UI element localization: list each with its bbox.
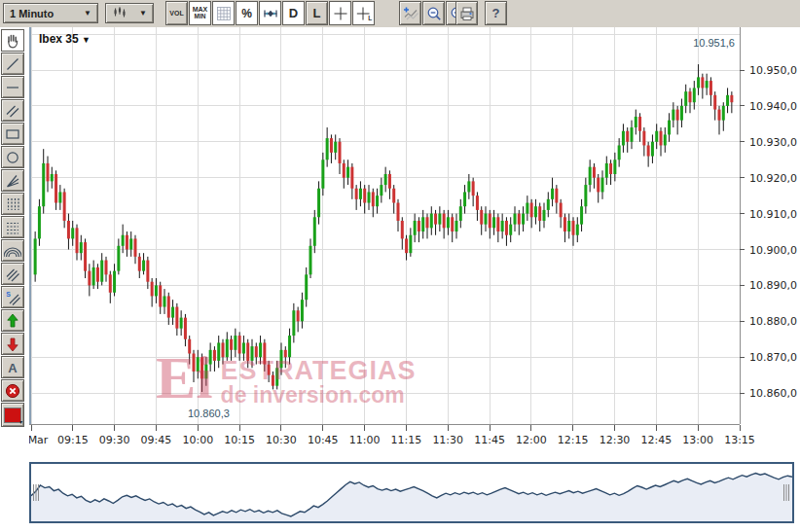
speed-lines-tool-button[interactable] xyxy=(1,263,24,285)
svg-text:09:15: 09:15 xyxy=(57,434,89,446)
chart-navigator[interactable] xyxy=(29,462,794,523)
line-scale-button[interactable]: L xyxy=(306,1,328,25)
fibonacci-retracement-tool-button[interactable] xyxy=(1,216,24,238)
svg-text:10.860,0: 10.860,0 xyxy=(749,387,797,400)
svg-text:09:45: 09:45 xyxy=(141,434,172,446)
grid-button[interactable] xyxy=(212,1,235,25)
chevron-down-icon: ▼ xyxy=(139,9,147,18)
arrow-up-tool-button[interactable] xyxy=(1,309,24,332)
svg-text:10.910,0: 10.910,0 xyxy=(749,208,797,221)
zoom-out-button[interactable] xyxy=(422,1,445,25)
svg-text:10:15: 10:15 xyxy=(224,434,255,446)
text-icon: A xyxy=(4,359,21,376)
svg-text:09:30: 09:30 xyxy=(99,434,130,446)
svg-text:13:00: 13:00 xyxy=(682,434,713,446)
svg-text:L: L xyxy=(368,15,372,21)
s-channel-tool-button[interactable]: S xyxy=(1,286,24,308)
line-scale-label: L xyxy=(313,7,321,19)
zoom-out-icon xyxy=(425,5,443,22)
candlestick-icon xyxy=(112,5,127,22)
svg-text:12:30: 12:30 xyxy=(600,434,631,446)
parallel-lines-tool-button[interactable] xyxy=(1,99,24,122)
add-indicator-button[interactable] xyxy=(399,1,421,25)
svg-text:10:45: 10:45 xyxy=(308,434,339,446)
svg-text:11:00: 11:00 xyxy=(349,434,381,446)
svg-text:Mar: Mar xyxy=(29,434,49,446)
max-min-label-2: MIN xyxy=(195,13,206,19)
vertical-dashed-icon xyxy=(4,195,21,213)
day-scale-label: D xyxy=(289,7,298,19)
drawing-tools-sidebar: SA▾ xyxy=(1,29,26,427)
chevron-down-icon: ▾ xyxy=(19,419,22,425)
top-toolbar: 1 Minuto ▼ ▼ VOLMAXMIN%DLL ? xyxy=(0,0,800,27)
svg-text:A: A xyxy=(8,360,18,374)
candlestick-chart[interactable]: Mar09:1509:3009:4510:0010:1510:3010:4511… xyxy=(29,27,800,462)
session-low-label: 10.860,3 xyxy=(188,408,230,419)
volume-label: VOL xyxy=(169,10,183,17)
svg-text:10.890,0: 10.890,0 xyxy=(749,279,797,292)
rectangle-tool-button[interactable] xyxy=(1,123,24,145)
rectangle-icon xyxy=(4,125,21,143)
arrow-down-tool-button[interactable] xyxy=(1,333,24,355)
range-band-button[interactable] xyxy=(259,1,281,25)
add-indicator-icon xyxy=(402,5,419,22)
max-min-label: MAX xyxy=(193,6,208,13)
color-picker-tool-button[interactable]: ▾ xyxy=(1,403,24,427)
session-high-label: 10.951,6 xyxy=(637,37,735,49)
arrow-down-icon xyxy=(4,336,21,353)
svg-text:10.920,0: 10.920,0 xyxy=(749,172,797,185)
symbol-selector[interactable]: Ibex 35 ▼ xyxy=(39,32,91,46)
toolbar-button-group-help: ? xyxy=(485,1,507,25)
crosshair-button[interactable] xyxy=(329,1,351,25)
max-min-button[interactable]: MAXMIN xyxy=(189,1,211,25)
svg-text:12:15: 12:15 xyxy=(558,434,589,446)
range-icon xyxy=(262,5,279,22)
s-channel-icon: S xyxy=(4,289,21,306)
print-button[interactable] xyxy=(455,1,478,25)
delete-tool-button[interactable] xyxy=(1,379,24,402)
delete-icon xyxy=(4,382,21,400)
crosshair-icon xyxy=(332,5,349,22)
svg-text:12:00: 12:00 xyxy=(516,434,547,446)
text-note-tool-button[interactable]: A xyxy=(1,356,24,378)
svg-text:10.900,0: 10.900,0 xyxy=(749,244,797,257)
grid-icon xyxy=(215,5,233,22)
percent-button[interactable]: % xyxy=(236,1,258,25)
fibonacci-time-zones-tool-button[interactable] xyxy=(1,193,24,215)
trend-line-icon xyxy=(4,55,21,73)
speed-lines-icon xyxy=(4,266,21,283)
chevron-down-icon: ▼ xyxy=(82,35,91,45)
ellipse-icon xyxy=(4,149,21,166)
volume-button[interactable]: VOL xyxy=(165,1,188,25)
interval-dropdown-value: 1 Minuto xyxy=(10,8,54,19)
ellipse-tool-button[interactable] xyxy=(1,146,24,168)
svg-text:13:15: 13:15 xyxy=(724,434,755,446)
svg-text:10.880,0: 10.880,0 xyxy=(749,315,797,328)
arcs-icon xyxy=(4,242,21,260)
trend-line-tool-button[interactable] xyxy=(1,53,24,75)
help-button[interactable]: ? xyxy=(485,1,507,25)
interval-dropdown[interactable]: 1 Minuto ▼ xyxy=(3,3,98,23)
pan-tool-button[interactable] xyxy=(1,29,24,52)
crosshair-l-icon: L xyxy=(355,5,373,22)
horizontal-line-tool-button[interactable] xyxy=(1,76,24,98)
percent-label: % xyxy=(241,7,252,20)
fan-lines-tool-button[interactable] xyxy=(1,169,24,192)
chart-type-dropdown[interactable]: ▼ xyxy=(105,3,154,23)
svg-text:10.930,0: 10.930,0 xyxy=(749,136,797,149)
horizontal-line-icon xyxy=(4,79,21,96)
svg-text:11:45: 11:45 xyxy=(474,434,505,446)
hand-icon xyxy=(4,32,21,50)
parallel-lines-icon xyxy=(4,102,21,120)
help-label: ? xyxy=(492,6,500,20)
chevron-down-icon: ▼ xyxy=(84,9,91,18)
print-icon xyxy=(458,5,476,22)
trading-app-window: 1 Minuto ▼ ▼ VOLMAXMIN%DLL ? SA▾ Mar09:1… xyxy=(0,0,800,532)
toolbar-button-group-print xyxy=(455,1,478,25)
fibonacci-arcs-tool-button[interactable] xyxy=(1,239,24,262)
svg-text:11:15: 11:15 xyxy=(391,434,422,446)
crosshair-l-button[interactable]: L xyxy=(352,1,375,25)
day-scale-button[interactable]: D xyxy=(282,1,305,25)
candlestick-icon xyxy=(112,5,127,20)
svg-text:10:00: 10:00 xyxy=(182,434,213,446)
